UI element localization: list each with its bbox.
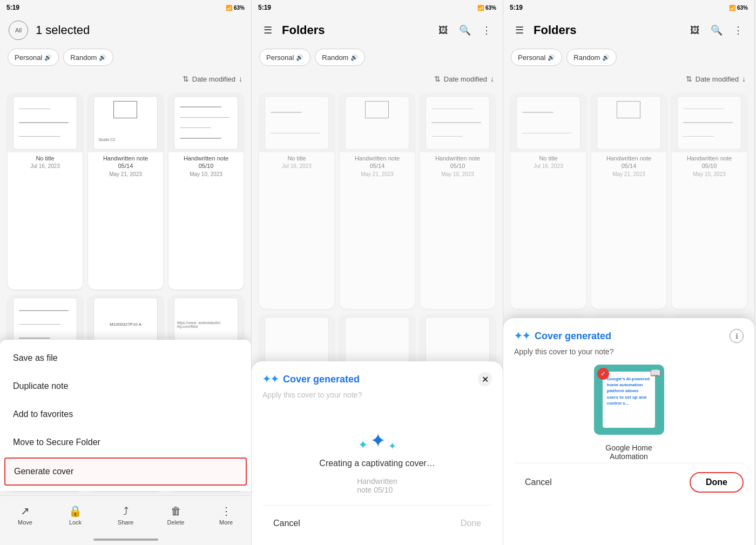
chip-random-icon-1: 🔊: [99, 54, 106, 61]
note-card-1-3[interactable]: ✓ Handwritten note05/10 May 10, 2023: [168, 93, 244, 290]
sort-label-1: Date modified: [192, 75, 235, 83]
note-date-1-1: Jul 16, 2023: [8, 163, 83, 172]
menu-generate-cover[interactable]: Generate cover: [4, 457, 247, 486]
chip-random-3[interactable]: Random 🔊: [566, 49, 617, 66]
delete-icon: 🗑: [171, 505, 181, 517]
chip-random-2[interactable]: Random 🔊: [315, 49, 365, 66]
share-label: Share: [118, 519, 133, 526]
sparkle-large: ✦: [370, 429, 386, 452]
more-dots-icon-3[interactable]: ⋮: [731, 23, 746, 38]
selection-text: 1 selected: [36, 23, 90, 37]
lock-label: Lock: [69, 519, 82, 526]
hw-line: [19, 310, 68, 311]
all-label: All: [15, 27, 22, 33]
done-button-2: Done: [450, 514, 492, 533]
share-icon: ⤴: [123, 505, 129, 517]
cancel-button-2[interactable]: Cancel: [262, 514, 311, 533]
chip-personal-3[interactable]: Personal 🔊: [511, 49, 562, 66]
sheet-subtitle-3: Apply this cover to your note?: [514, 347, 744, 356]
hw-text-small: Studio C2: [98, 138, 115, 142]
cover-result-sheet: ✦✦ Cover generated ℹ Apply this cover to…: [503, 318, 754, 545]
note-lines-1: [16, 99, 74, 147]
chip-personal-label-2: Personal: [266, 53, 294, 62]
bar-share[interactable]: ⤴ Share: [100, 505, 151, 526]
note-card-2-1: No title Jul 16, 2023: [259, 93, 334, 309]
bar-more[interactable]: ⋮ More: [201, 504, 251, 526]
status-time-1: 5:19: [6, 4, 19, 11]
bottom-indicator-1: [0, 534, 251, 545]
status-time-2: 5:19: [258, 4, 271, 11]
status-bar-2: 5:19 📶 63%: [252, 0, 503, 15]
chip-personal-2[interactable]: Personal 🔊: [259, 49, 310, 66]
info-icon-3[interactable]: ℹ: [730, 329, 744, 343]
all-circle[interactable]: All: [9, 21, 28, 40]
done-button-3[interactable]: Done: [690, 472, 744, 493]
generating-area: ✦ ✦ ✦ Creating a captivating cover… Hand…: [262, 408, 492, 505]
battery-icon-3: 📶 63%: [729, 5, 748, 11]
cancel-button-3[interactable]: Cancel: [514, 473, 563, 492]
chip-personal-label-3: Personal: [518, 53, 545, 62]
hw-line: [180, 138, 221, 139]
status-time-3: 5:19: [510, 4, 523, 11]
chip-personal-icon-2: 🔊: [296, 54, 303, 61]
menu-duplicate-note[interactable]: Duplicate note: [0, 372, 251, 400]
sort-row-3: ⇅ Date modified ↓: [503, 69, 754, 89]
more-dots-icon-2[interactable]: ⋮: [479, 23, 494, 38]
note-date-1-3: May 10, 2023: [168, 171, 244, 180]
lock-icon: 🔒: [69, 504, 82, 517]
photo-icon-3[interactable]: 🖼: [687, 23, 703, 38]
chip-personal-label-1: Personal: [15, 53, 42, 62]
hw-line: [19, 136, 60, 137]
sparkle-small: ✦: [358, 438, 368, 452]
sort-row-2: ⇅ Date modified ↓: [252, 69, 503, 89]
sheet-header-2: ✦✦ Cover generated ✕: [262, 372, 492, 386]
panel-3: 5:19 📶 63% ☰ Folders 🖼 🔍 ⋮ Personal 🔊 Ra…: [503, 0, 755, 545]
chip-random-label-2: Random: [322, 53, 348, 62]
bar-move[interactable]: ↗ Move: [0, 504, 50, 526]
photo-icon-2[interactable]: 🖼: [436, 23, 451, 38]
search-icon-2[interactable]: 🔍: [457, 23, 473, 38]
menu-add-favorites[interactable]: Add to favorites: [0, 400, 251, 428]
panel-2: 5:19 📶 63% ☰ Folders 🖼 🔍 ⋮ Personal 🔊 Ra…: [252, 0, 503, 545]
sparkle-tiny: ✦: [388, 440, 396, 452]
status-icons-1: 📶 63%: [226, 5, 245, 11]
menu-save-as-file[interactable]: Save as file: [0, 344, 251, 372]
sort-row-1: ⇅ Date modified ↓: [0, 69, 251, 89]
header-3: ☰ Folders 🖼 🔍 ⋮: [503, 15, 754, 45]
note-card-3-1: No title Jul 16, 2023: [511, 93, 586, 309]
chip-random-1[interactable]: Random 🔊: [63, 49, 113, 66]
status-bar-3: 5:19 📶 63%: [503, 0, 754, 15]
menu-secure-folder[interactable]: Move to Secure Folder: [0, 428, 251, 456]
note-name-text: Handwritten note 05/10: [357, 477, 397, 494]
sort-arrow-2: ↓: [490, 75, 494, 83]
note-thumb-1-1: [8, 93, 83, 152]
hw-line: [19, 109, 50, 110]
cover-book-icon: 📖: [650, 368, 661, 378]
move-icon: ↗: [21, 504, 30, 517]
note-card-1-1[interactable]: No title Jul 16, 2023: [8, 93, 83, 290]
hw-line: [180, 117, 229, 118]
chip-personal-1[interactable]: Personal 🔊: [8, 49, 59, 66]
close-sheet-icon-2[interactable]: ✕: [478, 372, 492, 386]
cover-image-inner: Google's AI-powered home automation plat…: [603, 372, 656, 428]
sort-lines-icon-1: ⇅: [183, 75, 189, 83]
chip-random-icon-2: 🔊: [350, 54, 358, 61]
menu-icon-3[interactable]: ☰: [512, 23, 527, 38]
search-icon-3[interactable]: 🔍: [709, 23, 724, 38]
bar-lock[interactable]: 🔒 Lock: [50, 504, 100, 526]
indicator-bar-1: [93, 539, 158, 541]
note-card-3-2: Handwritten note05/14 May 21, 2023: [591, 93, 666, 309]
note-thumb-1-3: [168, 93, 244, 152]
note-card-1-2[interactable]: Studio C2 Handwritten note05/14 May 21, …: [88, 93, 163, 290]
context-menu: Save as file Duplicate note Add to favor…: [0, 340, 251, 491]
bar-delete[interactable]: 🗑 Delete: [151, 505, 201, 526]
cover-google-label: Google's AI-powered home automation plat…: [607, 376, 651, 406]
note-url-preview: https://www .androidautho rity.com/fitbi…: [177, 321, 235, 328]
sort-label-3: Date modified: [696, 75, 739, 83]
cover-generating-sheet: ✦✦ Cover generated ✕ Apply this cover to…: [252, 361, 503, 545]
generating-text: Creating a captivating cover…: [319, 459, 435, 468]
note-date-1-2: May 21, 2023: [88, 171, 163, 180]
cover-label: Google Home Automation: [514, 443, 744, 461]
menu-icon-2[interactable]: ☰: [260, 23, 275, 38]
sparkle-animation: ✦ ✦ ✦: [358, 429, 396, 452]
